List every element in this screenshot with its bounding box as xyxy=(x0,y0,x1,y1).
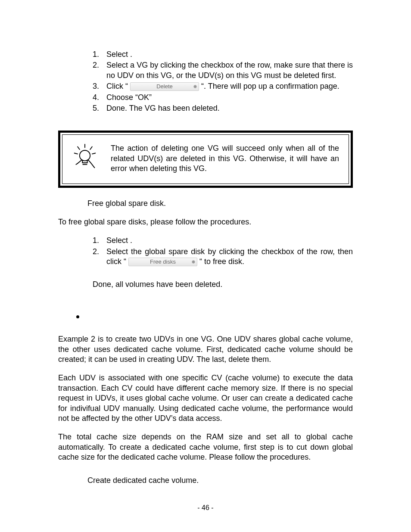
svg-line-1 xyxy=(78,147,80,150)
step-header: Free global spare disk. xyxy=(58,199,353,208)
list-item: 2. Select a VG by clicking the checkbox … xyxy=(93,60,353,81)
delete-button[interactable]: Delete xyxy=(130,82,199,91)
list-number: 4. xyxy=(93,93,106,103)
list-text: Done. The VG has been deleted. xyxy=(106,103,353,113)
list-item: 5. Done. The VG has been deleted. xyxy=(93,103,353,113)
done-text: Done, all volumes have been deleted. xyxy=(58,280,353,289)
list-text: Choose “OK” xyxy=(106,93,353,103)
chevron-down-icon xyxy=(193,85,197,88)
button-label: Delete xyxy=(156,83,173,90)
list-item: 4. Choose “OK” xyxy=(93,93,353,103)
chevron-down-icon xyxy=(192,260,195,264)
list-item: 1. Select . xyxy=(93,236,353,246)
list-text: Select the global spare disk by clicking… xyxy=(106,247,353,267)
list-item: 1. Select . xyxy=(93,50,353,59)
ordered-list-free-disk: 1. Select . 2. Select the global spare d… xyxy=(58,236,353,267)
paragraph: Each UDV is associated with one specific… xyxy=(58,373,353,423)
note-box: The action of deleting one VG will succe… xyxy=(58,131,353,187)
list-number: 1. xyxy=(93,236,106,246)
lightbulb-icon xyxy=(72,143,102,174)
text-post: “ to free disk. xyxy=(197,257,244,266)
text-pre: Click “ xyxy=(106,82,130,90)
svg-line-2 xyxy=(90,147,92,150)
list-number: 2. xyxy=(93,60,106,81)
list-item: 2. Select the global spare disk by click… xyxy=(93,247,353,267)
free-disks-button[interactable]: Free disks xyxy=(128,258,197,266)
list-item: 3. Click “ Delete “. There will pop up a… xyxy=(93,81,353,91)
text-post: “. There will pop up a confirmation page… xyxy=(199,82,339,90)
button-label: Free disks xyxy=(150,258,176,265)
paragraph: To free global spare disks, please follo… xyxy=(58,217,353,227)
list-text: Select a VG by clicking the checkbox of … xyxy=(106,60,353,81)
svg-line-4 xyxy=(92,153,96,154)
page-number: - 46 - xyxy=(0,504,411,513)
page: 1. Select . 2. Select a VG by clicking t… xyxy=(0,0,411,532)
paragraph: Example 2 is to create two UDVs in one V… xyxy=(58,334,353,364)
list-number: 2. xyxy=(93,247,106,267)
step-header: Create dedicated cache volume. xyxy=(58,476,353,485)
paragraph: The total cache size depends on the RAM … xyxy=(58,432,353,462)
note-inner: The action of deleting one VG will succe… xyxy=(62,134,349,184)
svg-point-5 xyxy=(80,150,90,161)
list-number: 3. xyxy=(93,81,106,91)
list-text: Select . xyxy=(106,236,353,246)
bullet-item xyxy=(58,311,353,321)
note-text: The action of deleting one VG will succe… xyxy=(102,143,339,174)
bullet-icon xyxy=(76,315,79,318)
svg-line-3 xyxy=(75,153,78,154)
list-number: 1. xyxy=(93,50,106,59)
list-text: Click “ Delete “. There will pop up a co… xyxy=(106,81,353,91)
ordered-list-delete-vg: 1. Select . 2. Select a VG by clicking t… xyxy=(58,50,353,113)
list-number: 5. xyxy=(93,103,106,113)
list-text: Select . xyxy=(106,50,353,59)
